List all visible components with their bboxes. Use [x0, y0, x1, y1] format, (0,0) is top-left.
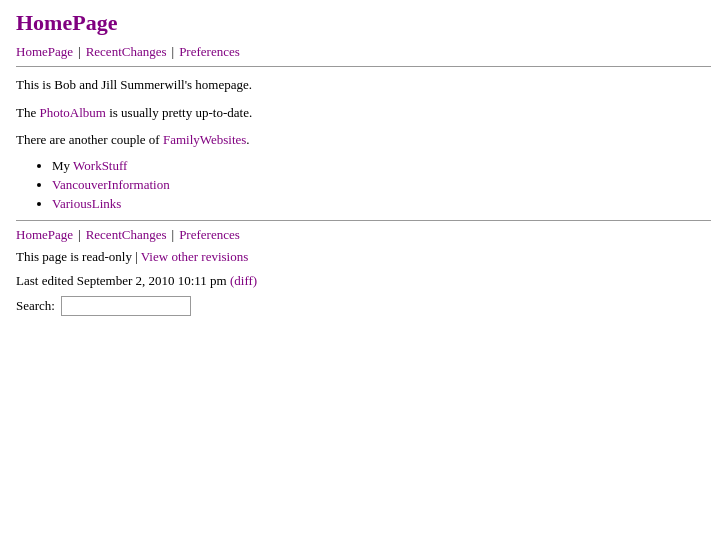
top-nav-recent[interactable]: RecentChanges [86, 44, 167, 60]
top-nav-sep1: | [78, 44, 81, 60]
vancouver-link[interactable]: VancouverInformation [52, 177, 170, 192]
main-content: This is Bob and Jill Summerwill's homepa… [16, 75, 711, 212]
photo-album-line: The PhotoAlbum is usually pretty up-to-d… [16, 103, 711, 123]
bottom-nav-sep2: | [172, 227, 175, 243]
top-nav: HomePage | RecentChanges | Preferences [16, 44, 711, 60]
bottom-divider [16, 220, 711, 221]
top-nav-home[interactable]: HomePage [16, 44, 73, 60]
last-edited-line: Last edited September 2, 2010 10:11 pm (… [16, 271, 711, 292]
diff-link[interactable]: (diff) [230, 273, 257, 288]
photo-album-link[interactable]: PhotoAlbum [39, 105, 105, 120]
search-label: Search: [16, 298, 55, 314]
search-row: Search: [16, 296, 711, 316]
top-nav-prefs[interactable]: Preferences [179, 44, 240, 60]
bottom-nav-prefs[interactable]: Preferences [179, 227, 240, 243]
readonly-line: This page is read-only | View other revi… [16, 247, 711, 268]
various-links-link[interactable]: VariousLinks [52, 196, 121, 211]
top-nav-sep2: | [172, 44, 175, 60]
bottom-nav-sep1: | [78, 227, 81, 243]
list-item: VancouverInformation [52, 177, 711, 193]
page-title: HomePage [16, 10, 711, 36]
top-divider [16, 66, 711, 67]
footer: HomePage | RecentChanges | Preferences T… [16, 227, 711, 317]
list-item: VariousLinks [52, 196, 711, 212]
family-websites-line: There are another couple of FamilyWebsit… [16, 130, 711, 150]
bottom-nav-home[interactable]: HomePage [16, 227, 73, 243]
list-item: My WorkStuff [52, 158, 711, 174]
links-list: My WorkStuff VancouverInformation Variou… [52, 158, 711, 212]
search-input[interactable] [61, 296, 191, 316]
workstuff-link[interactable]: WorkStuff [73, 158, 127, 173]
bottom-nav: HomePage | RecentChanges | Preferences [16, 227, 711, 243]
bottom-nav-recent[interactable]: RecentChanges [86, 227, 167, 243]
view-revisions-link[interactable]: View other revisions [141, 249, 249, 264]
intro-line: This is Bob and Jill Summerwill's homepa… [16, 75, 711, 95]
family-websites-link[interactable]: FamilyWebsites [163, 132, 246, 147]
